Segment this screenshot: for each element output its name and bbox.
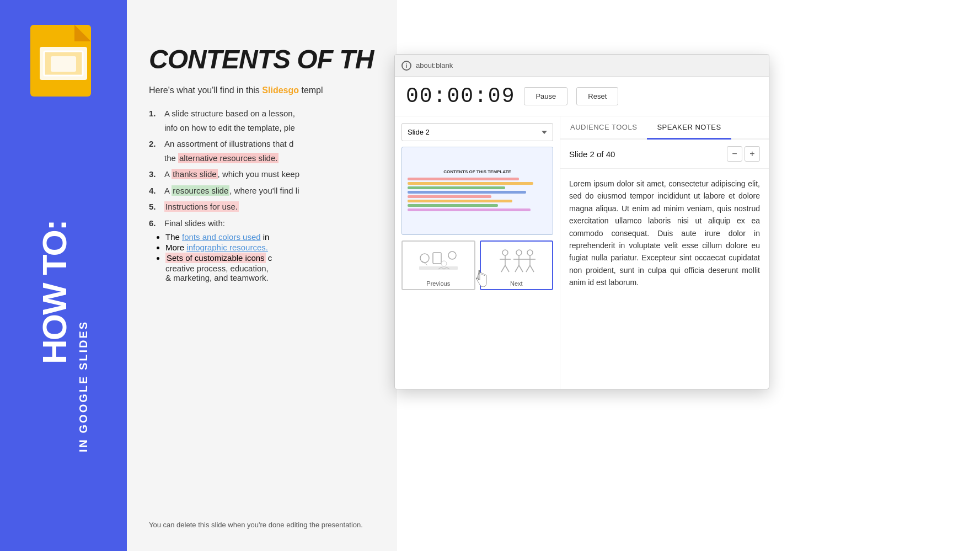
svg-point-11	[441, 261, 447, 266]
next-thumbnail[interactable]: Next	[480, 240, 554, 290]
list-item: 6. Final slides with:	[149, 216, 375, 231]
tabs-bar: AUDIENCE TOOLS SPEAKER NOTES	[560, 116, 769, 140]
slide-select[interactable]: Slide 2	[401, 123, 553, 141]
how-to-label: HOW TO:	[38, 132, 72, 452]
slide-list: 1. A slide structure based on a lesson,i…	[149, 106, 375, 230]
next-label: Next	[510, 280, 523, 287]
svg-rect-9	[419, 266, 458, 270]
url-bar: about:blank	[416, 61, 453, 69]
svg-point-8	[448, 252, 456, 259]
sidebar: HOW TO: IN GOOGLE SLIDES	[0, 0, 127, 551]
list-item: 4. A resources slide, where you'll find …	[149, 184, 375, 198]
presenter-window: i about:blank 00:00:09 Pause Reset Slide…	[394, 54, 769, 389]
svg-point-6	[420, 254, 429, 263]
in-google-slides-label: IN GOOGLE SLIDES	[77, 130, 90, 452]
svg-line-26	[530, 265, 534, 272]
list-item: 2. An assortment of illustrations that d…	[149, 137, 375, 165]
next-thumb-sketch	[483, 244, 550, 278]
timer-section: 00:00:09 Pause Reset	[395, 77, 769, 116]
slide-title: CONTENTS OF TH	[149, 44, 375, 74]
svg-rect-7	[433, 253, 441, 264]
thumb-title-text: CONTENTS OF THIS TEMPLATE	[443, 169, 511, 174]
list-item: 5. Instructions for use.	[149, 200, 375, 214]
zoom-controls: − +	[727, 146, 760, 162]
svg-line-10	[422, 261, 427, 265]
reset-button[interactable]: Reset	[576, 87, 618, 105]
prev-thumbnail[interactable]: Previous	[401, 240, 475, 290]
svg-line-15	[501, 265, 505, 272]
svg-point-17	[516, 250, 522, 255]
zoom-plus-button[interactable]: +	[745, 146, 760, 162]
list-item: More infographic resources.	[165, 243, 375, 252]
list-item: 1. A slide structure based on a lesson,i…	[149, 106, 375, 135]
speaker-notes-text: Lorem ipsum dolor sit amet, consectetur …	[560, 169, 769, 389]
slide-subtitle: Here's what you'll find in this Slidesgo…	[149, 85, 375, 95]
slide-footer: You can delete this slide when you're do…	[149, 521, 397, 529]
current-slide-thumbnail: CONTENTS OF THIS TEMPLATE	[401, 147, 553, 235]
svg-point-22	[527, 250, 533, 255]
slide-sub-list: The fonts and colors used in More infogr…	[149, 232, 375, 263]
prev-label: Previous	[426, 280, 450, 287]
thumbnails-pane: Slide 2 CONTENTS OF THIS TEMPLATE	[395, 116, 560, 389]
notes-pane: AUDIENCE TOOLS SPEAKER NOTES Slide 2 of …	[560, 116, 769, 389]
list-item: The fonts and colors used in	[165, 232, 375, 242]
svg-line-21	[519, 265, 523, 272]
list-item: Sets of customizable icons c	[165, 253, 375, 263]
tab-audience-tools[interactable]: AUDIENCE TOOLS	[560, 116, 647, 140]
notes-header: Slide 2 of 40 − +	[560, 140, 769, 169]
svg-point-12	[502, 250, 508, 255]
list-item: 3. A thanks slide, which you must keep	[149, 167, 375, 181]
nav-thumbnails: Previous	[401, 240, 553, 290]
brand-highlight: Slidesgo	[262, 85, 299, 95]
prev-thumb-sketch	[405, 244, 472, 278]
pause-button[interactable]: Pause	[524, 87, 567, 105]
slide-counter: Slide 2 of 40	[569, 149, 615, 159]
tab-speaker-notes[interactable]: SPEAKER NOTES	[647, 116, 731, 140]
svg-line-20	[515, 265, 519, 272]
google-slides-icon	[28, 17, 99, 99]
zoom-minus-button[interactable]: −	[727, 146, 742, 162]
svg-line-25	[526, 265, 530, 272]
presenter-content: Slide 2 CONTENTS OF THIS TEMPLATE	[395, 116, 769, 389]
svg-line-16	[505, 265, 509, 272]
svg-rect-5	[51, 56, 76, 72]
info-icon: i	[401, 61, 411, 71]
slide-content-area: CONTENTS OF TH Here's what you'll find i…	[127, 0, 397, 551]
thumb-lines	[408, 178, 547, 213]
timer-display: 00:00:09	[406, 84, 515, 108]
presenter-titlebar: i about:blank	[395, 55, 769, 77]
